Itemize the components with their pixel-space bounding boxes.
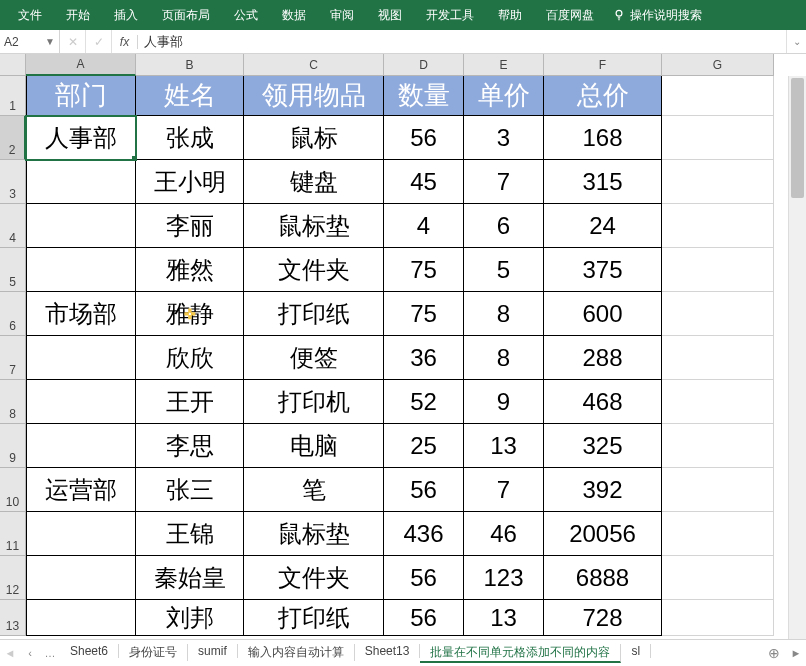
- row-header-2[interactable]: 2: [0, 116, 26, 160]
- cell-E5[interactable]: 5: [464, 248, 544, 292]
- cell-E8[interactable]: 9: [464, 380, 544, 424]
- cell-B2[interactable]: 张成: [136, 116, 244, 160]
- cell-F4[interactable]: 24: [544, 204, 662, 248]
- row-header-13[interactable]: 13: [0, 600, 26, 636]
- cell-G13[interactable]: [662, 600, 774, 636]
- cell-B8[interactable]: 王开: [136, 380, 244, 424]
- cell-G2[interactable]: [662, 116, 774, 160]
- formula-confirm-button[interactable]: ✓: [86, 30, 112, 53]
- cell-C13[interactable]: 打印纸: [244, 600, 384, 636]
- ribbon-item-开发工具[interactable]: 开发工具: [414, 0, 486, 30]
- sheet-nav-next[interactable]: ►: [786, 640, 806, 666]
- cell-D3[interactable]: 45: [384, 160, 464, 204]
- cell-C10[interactable]: 笔: [244, 468, 384, 512]
- cell-F3[interactable]: 315: [544, 160, 662, 204]
- sheet-tab-2[interactable]: sumif: [188, 644, 238, 658]
- cell-E13[interactable]: 13: [464, 600, 544, 636]
- cell-B3[interactable]: 王小明: [136, 160, 244, 204]
- cell-A13[interactable]: [26, 600, 136, 636]
- cell-A12[interactable]: [26, 556, 136, 600]
- cell-E7[interactable]: 8: [464, 336, 544, 380]
- ribbon-item-视图[interactable]: 视图: [366, 0, 414, 30]
- row-header-7[interactable]: 7: [0, 336, 26, 380]
- sheet-tab-3[interactable]: 输入内容自动计算: [238, 644, 355, 661]
- cell-B1[interactable]: 姓名: [136, 76, 244, 116]
- formula-expand-button[interactable]: ⌄: [786, 30, 806, 53]
- cell-C3[interactable]: 键盘: [244, 160, 384, 204]
- cell-E12[interactable]: 123: [464, 556, 544, 600]
- cell-G11[interactable]: [662, 512, 774, 556]
- column-header-F[interactable]: F: [544, 54, 662, 76]
- ribbon-item-数据[interactable]: 数据: [270, 0, 318, 30]
- column-header-A[interactable]: A: [26, 54, 136, 76]
- ribbon-item-页面布局[interactable]: 页面布局: [150, 0, 222, 30]
- scrollbar-thumb[interactable]: [791, 78, 804, 198]
- cell-F9[interactable]: 325: [544, 424, 662, 468]
- cell-G12[interactable]: [662, 556, 774, 600]
- cell-E9[interactable]: 13: [464, 424, 544, 468]
- ribbon-item-帮助[interactable]: 帮助: [486, 0, 534, 30]
- row-header-9[interactable]: 9: [0, 424, 26, 468]
- cell-E4[interactable]: 6: [464, 204, 544, 248]
- cell-C6[interactable]: 打印纸: [244, 292, 384, 336]
- cell-C5[interactable]: 文件夹: [244, 248, 384, 292]
- sheet-tab-0[interactable]: Sheet6: [60, 644, 119, 658]
- column-header-G[interactable]: G: [662, 54, 774, 76]
- cell-F12[interactable]: 6888: [544, 556, 662, 600]
- cell-D6[interactable]: 75: [384, 292, 464, 336]
- cell-G8[interactable]: [662, 380, 774, 424]
- cell-D10[interactable]: 56: [384, 468, 464, 512]
- sheet-nav-first[interactable]: ◄: [0, 640, 20, 666]
- cell-G3[interactable]: [662, 160, 774, 204]
- ribbon-item-插入[interactable]: 插入: [102, 0, 150, 30]
- cell-B13[interactable]: 刘邦: [136, 600, 244, 636]
- cell-F7[interactable]: 288: [544, 336, 662, 380]
- cell-D12[interactable]: 56: [384, 556, 464, 600]
- cell-F8[interactable]: 468: [544, 380, 662, 424]
- cell-A8[interactable]: [26, 380, 136, 424]
- cell-C2[interactable]: 鼠标: [244, 116, 384, 160]
- cell-G6[interactable]: [662, 292, 774, 336]
- cell-D4[interactable]: 4: [384, 204, 464, 248]
- row-header-3[interactable]: 3: [0, 160, 26, 204]
- cell-B4[interactable]: 李丽: [136, 204, 244, 248]
- fx-label[interactable]: fx: [112, 35, 138, 49]
- row-header-8[interactable]: 8: [0, 380, 26, 424]
- cell-F13[interactable]: 728: [544, 600, 662, 636]
- cell-E3[interactable]: 7: [464, 160, 544, 204]
- cell-D1[interactable]: 数量: [384, 76, 464, 116]
- column-header-E[interactable]: E: [464, 54, 544, 76]
- cell-A3[interactable]: [26, 160, 136, 204]
- ribbon-item-文件[interactable]: 文件: [6, 0, 54, 30]
- sheet-tab-5[interactable]: 批量在不同单元格添加不同的内容: [420, 644, 621, 663]
- column-header-D[interactable]: D: [384, 54, 464, 76]
- name-box[interactable]: A2 ▼: [0, 30, 60, 53]
- column-header-C[interactable]: C: [244, 54, 384, 76]
- formula-input[interactable]: 人事部: [138, 30, 786, 53]
- cell-C7[interactable]: 便签: [244, 336, 384, 380]
- cell-G10[interactable]: [662, 468, 774, 512]
- cell-F11[interactable]: 20056: [544, 512, 662, 556]
- cell-F6[interactable]: 600: [544, 292, 662, 336]
- formula-cancel-button[interactable]: ✕: [60, 30, 86, 53]
- cell-F5[interactable]: 375: [544, 248, 662, 292]
- cell-A4[interactable]: [26, 204, 136, 248]
- cell-G1[interactable]: [662, 76, 774, 116]
- cell-B5[interactable]: 雅然: [136, 248, 244, 292]
- sheet-tab-6[interactable]: sl: [621, 644, 651, 658]
- cell-G5[interactable]: [662, 248, 774, 292]
- cell-A1[interactable]: 部门: [26, 76, 136, 116]
- sheet-tab-1[interactable]: 身份证号: [119, 644, 188, 661]
- cell-E6[interactable]: 8: [464, 292, 544, 336]
- column-header-B[interactable]: B: [136, 54, 244, 76]
- cell-C12[interactable]: 文件夹: [244, 556, 384, 600]
- cell-C11[interactable]: 鼠标垫: [244, 512, 384, 556]
- cell-B6[interactable]: 雅静✜: [136, 292, 244, 336]
- row-header-1[interactable]: 1: [0, 76, 26, 116]
- cell-A2[interactable]: 人事部: [26, 116, 136, 160]
- cell-F1[interactable]: 总价: [544, 76, 662, 116]
- row-header-4[interactable]: 4: [0, 204, 26, 248]
- cell-C9[interactable]: 电脑: [244, 424, 384, 468]
- ribbon-item-审阅[interactable]: 审阅: [318, 0, 366, 30]
- cell-F2[interactable]: 168: [544, 116, 662, 160]
